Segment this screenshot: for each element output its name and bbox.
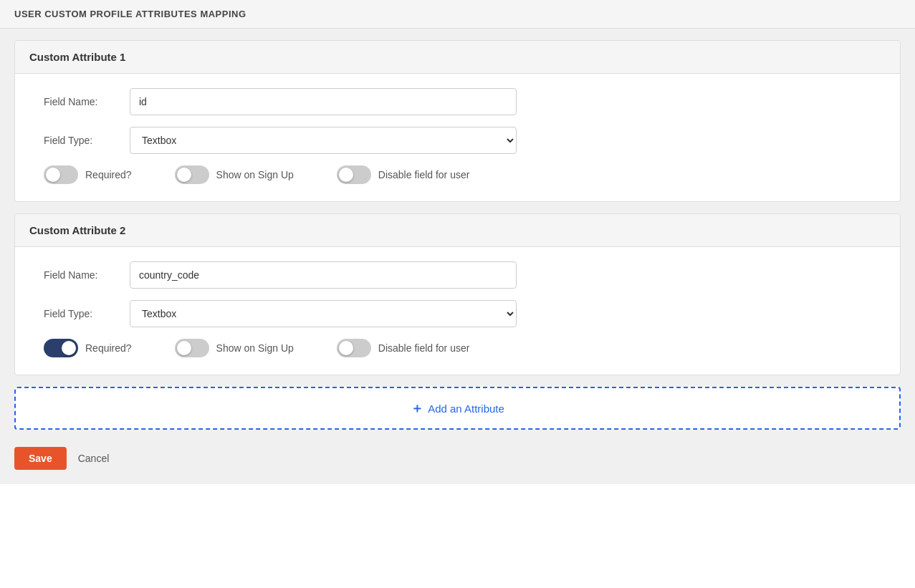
show-signup-toggle-slider-1	[175, 165, 209, 184]
disable-field-label-2: Disable field for user	[378, 342, 470, 354]
disable-field-toggle-group-2: Disable field for user	[337, 339, 470, 357]
field-type-row-2: Field Type: TextboxDropdownCheckboxRadio	[44, 300, 871, 327]
required-toggle-group-2: Required?	[44, 339, 132, 357]
required-label-2: Required?	[85, 342, 132, 354]
disable-field-toggle-slider-1	[337, 165, 371, 184]
required-toggle-2[interactable]	[44, 339, 78, 357]
disable-field-toggle-1[interactable]	[337, 165, 371, 184]
toggles-row-2: Required? Show on Sign Up Disable field …	[44, 339, 871, 357]
attribute-card-title-2: Custom Attribute 2	[29, 224, 886, 236]
show-signup-label-2: Show on Sign Up	[216, 342, 294, 354]
attribute-card-header-1: Custom Attribute 1	[15, 41, 900, 74]
page-content: Custom Attribute 1 Field Name: Field Typ…	[0, 29, 915, 484]
show-signup-toggle-2[interactable]	[175, 339, 209, 357]
field-name-label-2: Field Name:	[44, 269, 130, 281]
page-header: USER CUSTOM PROFILE ATTRIBUTES MAPPING	[0, 0, 915, 29]
save-button[interactable]: Save	[14, 447, 67, 470]
disable-field-toggle-group-1: Disable field for user	[337, 165, 470, 184]
required-toggle-slider-2	[44, 339, 78, 357]
toggles-row-1: Required? Show on Sign Up Disable field …	[44, 165, 871, 184]
plus-icon: ＋	[411, 400, 423, 417]
field-type-row-1: Field Type: TextboxDropdownCheckboxRadio	[44, 127, 871, 154]
field-name-row-1: Field Name:	[44, 88, 871, 115]
field-name-row-2: Field Name:	[44, 261, 871, 289]
field-type-label-2: Field Type:	[44, 308, 130, 319]
required-label-1: Required?	[85, 169, 132, 180]
add-attribute-label: Add an Attribute	[428, 403, 504, 415]
disable-field-toggle-slider-2	[337, 339, 371, 357]
attribute-card-1: Custom Attribute 1 Field Name: Field Typ…	[14, 40, 901, 202]
show-signup-toggle-1[interactable]	[175, 165, 209, 184]
required-toggle-group-1: Required?	[44, 165, 132, 184]
field-name-input-1[interactable]	[130, 88, 517, 115]
disable-field-toggle-2[interactable]	[337, 339, 371, 357]
show-signup-toggle-group-1: Show on Sign Up	[175, 165, 294, 184]
show-signup-label-1: Show on Sign Up	[216, 169, 294, 180]
field-type-select-2[interactable]: TextboxDropdownCheckboxRadio	[130, 300, 517, 327]
page-wrapper: USER CUSTOM PROFILE ATTRIBUTES MAPPING C…	[0, 0, 915, 588]
field-type-label-1: Field Type:	[44, 135, 130, 146]
add-attribute-button[interactable]: ＋ Add an Attribute	[14, 387, 901, 430]
page-title: USER CUSTOM PROFILE ATTRIBUTES MAPPING	[14, 9, 901, 19]
cancel-button[interactable]: Cancel	[75, 447, 112, 470]
field-name-input-2[interactable]	[130, 261, 517, 289]
attribute-card-title-1: Custom Attribute 1	[29, 51, 886, 63]
field-type-select-1[interactable]: TextboxDropdownCheckboxRadio	[130, 127, 517, 154]
show-signup-toggle-slider-2	[175, 339, 209, 357]
actions-row: Save Cancel	[14, 444, 901, 473]
attribute-card-header-2: Custom Attribute 2	[15, 214, 900, 247]
field-name-label-1: Field Name:	[44, 96, 130, 107]
attribute-card-body-2: Field Name: Field Type: TextboxDropdownC…	[15, 247, 900, 375]
required-toggle-1[interactable]	[44, 165, 78, 184]
disable-field-label-1: Disable field for user	[378, 169, 470, 180]
required-toggle-slider-1	[44, 165, 78, 184]
show-signup-toggle-group-2: Show on Sign Up	[175, 339, 294, 357]
attribute-card-2: Custom Attribute 2 Field Name: Field Typ…	[14, 213, 901, 375]
attribute-card-body-1: Field Name: Field Type: TextboxDropdownC…	[15, 74, 900, 201]
attribute-cards-container: Custom Attribute 1 Field Name: Field Typ…	[14, 40, 901, 375]
